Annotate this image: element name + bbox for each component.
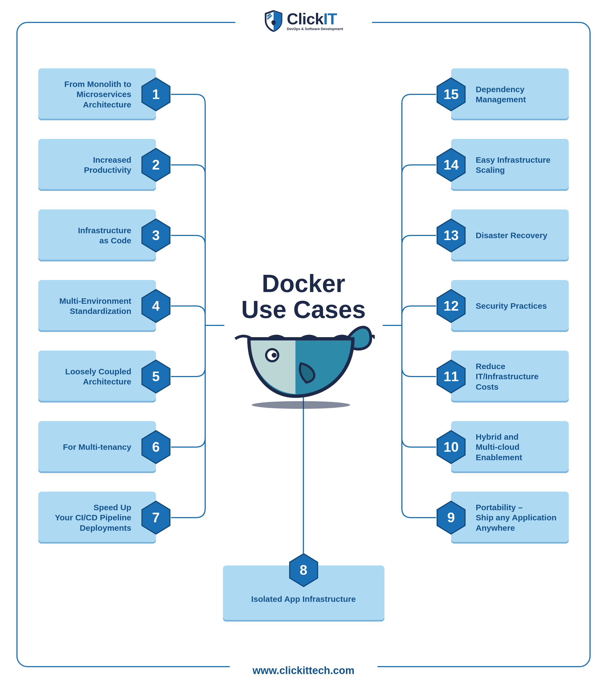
use-case-card: 15Dependency Management: [451, 68, 569, 120]
use-case-card: 7Speed Up Your CI/CD Pipeline Deployment…: [38, 492, 156, 544]
number-badge: 10: [436, 430, 466, 464]
number-badge: 9: [436, 501, 466, 535]
use-case-card: 6For Multi-tenancy: [38, 421, 156, 473]
badge-number: 13: [443, 228, 459, 243]
use-case-card: 14Easy Infrastructure Scaling: [451, 139, 569, 191]
badge-number: 9: [447, 510, 455, 526]
badge-number: 5: [152, 368, 160, 384]
badge-number: 11: [443, 368, 459, 384]
right-column: 15Dependency Management14Easy Infrastruc…: [451, 68, 569, 544]
svg-point-3: [272, 353, 276, 358]
number-badge: 4: [141, 289, 171, 323]
whale-icon: [232, 325, 375, 412]
use-case-card: 4Multi-Environment Standardization: [38, 280, 156, 332]
use-case-card: 3Infrastructure as Code: [38, 209, 156, 261]
svg-rect-1: [272, 22, 275, 25]
use-case-label: Isolated App Infrastructure: [251, 594, 356, 604]
use-case-card: 8 Isolated App Infrastructure: [223, 566, 384, 621]
number-badge: 2: [141, 148, 171, 182]
use-case-label: Portability – Ship any Application Anywh…: [476, 502, 557, 533]
brand-name: ClickIT: [287, 11, 343, 27]
center-block: Docker Use Cases: [208, 271, 399, 407]
badge-number: 7: [152, 510, 160, 526]
brand-name-part1: Click: [287, 10, 323, 28]
use-case-label: Hybrid and Multi-cloud Enablement: [476, 432, 558, 463]
use-case-card: 11Reduce IT/Infrastructure Costs: [451, 351, 569, 403]
badge-number: 2: [152, 157, 160, 173]
left-column: 1From Monolith to Microservices Architec…: [38, 68, 156, 544]
use-case-label: From Monolith to Microservices Architect…: [64, 79, 131, 110]
use-case-card: 9Portability – Ship any Application Anyw…: [451, 492, 569, 544]
diagram-title: Docker Use Cases: [208, 271, 399, 322]
number-badge: 5: [141, 360, 171, 394]
number-badge: 7: [141, 501, 171, 535]
badge-number: 1: [152, 86, 160, 102]
number-badge: 15: [436, 78, 466, 111]
use-case-label: Disaster Recovery: [476, 230, 547, 241]
number-badge: 11: [436, 360, 466, 394]
use-case-label: Infrastructure as Code: [78, 225, 131, 246]
use-case-label: Speed Up Your CI/CD Pipeline Deployments: [55, 502, 131, 533]
number-badge: 3: [141, 218, 171, 252]
use-case-label: For Multi-tenancy: [63, 442, 131, 452]
number-badge: 13: [436, 218, 466, 252]
shield-icon: [264, 10, 283, 32]
use-case-label: Easy Infrastructure Scaling: [476, 155, 550, 175]
footer-url: www.clickittech.com: [252, 665, 354, 677]
use-case-card: 13Disaster Recovery: [451, 209, 569, 261]
badge-number: 12: [443, 298, 459, 314]
badge-number: 4: [152, 298, 160, 314]
svg-point-4: [252, 401, 350, 409]
use-case-label: Loosely Coupled Architecture: [65, 366, 131, 387]
use-case-card: 2Increased Productivity: [38, 139, 156, 191]
use-case-label: Increased Productivity: [84, 155, 131, 175]
use-case-card: 1From Monolith to Microservices Architec…: [38, 68, 156, 120]
number-badge: 1: [141, 78, 171, 111]
use-case-label: Dependency Management: [476, 84, 526, 105]
brand-name-part2: IT: [323, 10, 337, 28]
badge-number: 10: [443, 439, 459, 455]
number-badge: 12: [436, 289, 466, 323]
title-line-1: Docker: [262, 270, 345, 297]
badge-number: 15: [443, 86, 459, 102]
use-case-label: Security Practices: [476, 301, 547, 311]
use-case-label: Reduce IT/Infrastructure Costs: [476, 361, 558, 392]
brand-tagline: DevOps & Software Development: [287, 27, 343, 31]
number-badge: 6: [141, 430, 171, 464]
use-case-card: 12Security Practices: [451, 280, 569, 332]
use-case-card: 5Loosely Coupled Architecture: [38, 351, 156, 403]
number-badge: 14: [436, 148, 466, 182]
use-case-label: Multi-Environment Standardization: [59, 296, 131, 316]
title-line-2: Use Cases: [241, 296, 366, 323]
badge-number: 3: [152, 228, 160, 243]
badge-number: 6: [152, 439, 160, 455]
badge-number: 14: [443, 157, 459, 173]
brand-logo: ClickIT DevOps & Software Development: [264, 10, 343, 32]
number-badge: 8: [289, 553, 319, 587]
badge-number: 8: [300, 562, 308, 578]
use-case-card: 10Hybrid and Multi-cloud Enablement: [451, 421, 569, 473]
